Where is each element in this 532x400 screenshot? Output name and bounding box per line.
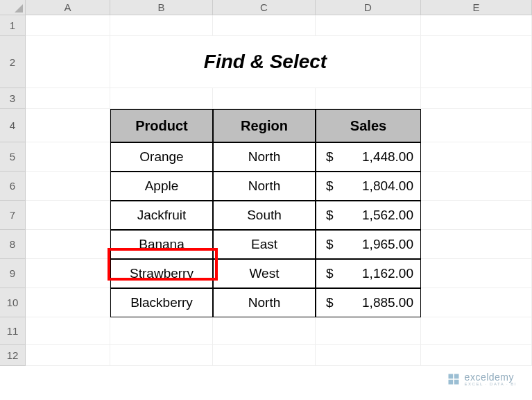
cell-E2[interactable] (421, 36, 532, 88)
cell-D3[interactable] (316, 88, 421, 109)
currency-symbol: $ (326, 149, 334, 165)
cell-E6[interactable] (421, 172, 532, 201)
row-header-8[interactable]: 8 (0, 230, 26, 259)
row-header-9[interactable]: 9 (0, 259, 26, 288)
row-header-5[interactable]: 5 (0, 142, 26, 172)
sales-value: 1,804.00 (362, 178, 413, 194)
cell-A10[interactable] (26, 288, 110, 317)
cell-A6[interactable] (26, 172, 110, 201)
cell-A3[interactable] (26, 88, 110, 109)
cell-sales-3[interactable]: $1,965.00 (316, 230, 421, 259)
cell-E4[interactable] (421, 109, 532, 142)
spreadsheet-grid: A B C D E 1 2 Find & Select 3 4 Product … (0, 0, 532, 366)
cell-A9[interactable] (26, 259, 110, 288)
watermark: exceldemy EXCEL · DATA · BI (447, 372, 517, 386)
cell-sales-2[interactable]: $1,562.00 (316, 201, 421, 230)
sales-value: 1,448.00 (362, 149, 413, 165)
cell-A5[interactable] (26, 142, 110, 172)
cell-A1[interactable] (26, 15, 110, 36)
col-header-E[interactable]: E (421, 0, 532, 15)
cell-A8[interactable] (26, 230, 110, 259)
cell-A11[interactable] (26, 317, 110, 345)
row-header-1[interactable]: 1 (0, 15, 26, 36)
cell-D11[interactable] (316, 317, 421, 345)
cell-E1[interactable] (421, 15, 532, 36)
cell-B12[interactable] (110, 345, 213, 366)
cell-A12[interactable] (26, 345, 110, 366)
cell-A4[interactable] (26, 109, 110, 142)
cell-C1[interactable] (213, 15, 316, 36)
row-header-10[interactable]: 10 (0, 288, 26, 317)
row-header-4[interactable]: 4 (0, 109, 26, 142)
cell-product-2[interactable]: Jackfruit (110, 201, 213, 230)
col-header-A[interactable]: A (26, 0, 110, 15)
cell-C3[interactable] (213, 88, 316, 109)
col-header-D[interactable]: D (316, 0, 421, 15)
table-header-product[interactable]: Product (110, 109, 213, 142)
sales-value: 1,162.00 (362, 266, 413, 281)
cell-sales-4[interactable]: $1,162.00 (316, 259, 421, 288)
watermark-sub: EXCEL · DATA · BI (465, 382, 517, 386)
cell-E3[interactable] (421, 88, 532, 109)
cell-region-2[interactable]: South (213, 201, 316, 230)
cell-D12[interactable] (316, 345, 421, 366)
cell-E7[interactable] (421, 201, 532, 230)
cell-region-5[interactable]: North (213, 288, 316, 317)
cell-C11[interactable] (213, 317, 316, 345)
cell-B3[interactable] (110, 88, 213, 109)
cell-sales-0[interactable]: $1,448.00 (316, 142, 421, 172)
row-header-12[interactable]: 12 (0, 345, 26, 366)
cell-B1[interactable] (110, 15, 213, 36)
currency-symbol: $ (326, 178, 334, 194)
table-header-region[interactable]: Region (213, 109, 316, 142)
cell-E12[interactable] (421, 345, 532, 366)
row-header-11[interactable]: 11 (0, 317, 26, 345)
currency-symbol: $ (326, 295, 334, 310)
cell-A7[interactable] (26, 201, 110, 230)
cell-A2[interactable] (26, 36, 110, 88)
table-header-sales[interactable]: Sales (316, 109, 421, 142)
cell-E5[interactable] (421, 142, 532, 172)
cell-D1[interactable] (316, 15, 421, 36)
cell-sales-1[interactable]: $1,804.00 (316, 172, 421, 201)
exceldemy-logo-icon (447, 372, 461, 386)
watermark-main: exceldemy (465, 372, 517, 382)
sales-value: 1,885.00 (362, 295, 413, 310)
currency-symbol: $ (326, 266, 334, 281)
cell-product-0[interactable]: Orange (110, 142, 213, 172)
cell-E9[interactable] (421, 259, 532, 288)
cell-product-3[interactable]: Banana (110, 230, 213, 259)
cell-product-5[interactable]: Blackberry (110, 288, 213, 317)
col-header-C[interactable]: C (213, 0, 316, 15)
cell-region-1[interactable]: North (213, 172, 316, 201)
sales-value: 1,562.00 (362, 208, 413, 223)
cell-E10[interactable] (421, 288, 532, 317)
title-cell[interactable]: Find & Select (110, 36, 421, 88)
sales-value: 1,965.00 (362, 237, 413, 252)
cell-region-0[interactable]: North (213, 142, 316, 172)
cell-sales-5[interactable]: $1,885.00 (316, 288, 421, 317)
cell-region-4[interactable]: West (213, 259, 316, 288)
cell-product-1[interactable]: Apple (110, 172, 213, 201)
row-header-6[interactable]: 6 (0, 172, 26, 201)
row-header-3[interactable]: 3 (0, 88, 26, 109)
cell-E8[interactable] (421, 230, 532, 259)
row-header-2[interactable]: 2 (0, 36, 26, 88)
cell-B11[interactable] (110, 317, 213, 345)
cell-region-3[interactable]: East (213, 230, 316, 259)
currency-symbol: $ (326, 237, 334, 252)
cell-C12[interactable] (213, 345, 316, 366)
select-all-corner[interactable] (0, 0, 26, 15)
cell-E11[interactable] (421, 317, 532, 345)
currency-symbol: $ (326, 208, 334, 223)
row-header-7[interactable]: 7 (0, 201, 26, 230)
col-header-B[interactable]: B (110, 0, 213, 15)
cell-product-4[interactable]: Strawberry (110, 259, 213, 288)
